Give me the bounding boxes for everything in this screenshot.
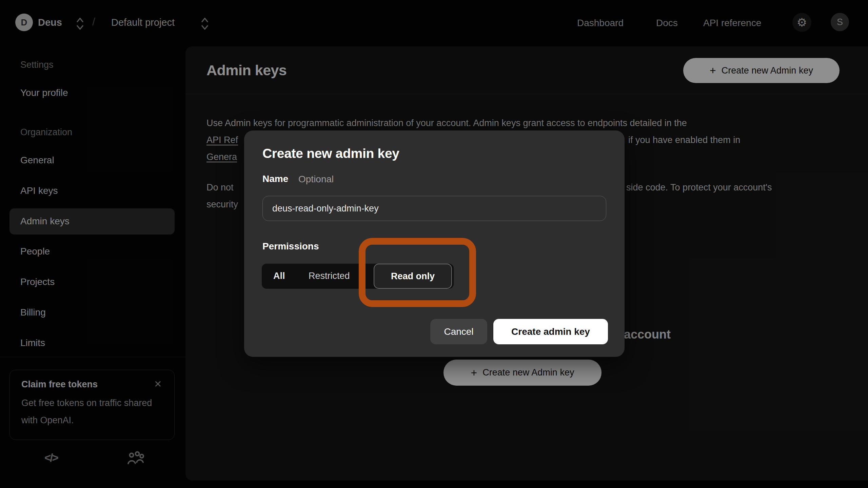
create-admin-key-submit-button[interactable]: Create admin key bbox=[493, 319, 608, 344]
permissions-segmented-control: All Restricted Read only bbox=[262, 264, 454, 289]
admin-key-name-input[interactable] bbox=[262, 196, 606, 221]
cancel-button[interactable]: Cancel bbox=[430, 319, 487, 344]
modal-title: Create new admin key bbox=[262, 146, 399, 161]
permission-option-read-only[interactable]: Read only bbox=[374, 264, 452, 289]
permission-option-read-only-label: Read only bbox=[391, 271, 435, 282]
name-optional-hint: Optional bbox=[298, 174, 334, 185]
permissions-label: Permissions bbox=[262, 241, 319, 252]
permission-option-restricted[interactable]: Restricted bbox=[309, 271, 350, 281]
app-root: D Deus / Default project Dashboard Docs … bbox=[0, 0, 868, 488]
create-admin-key-modal: Create new admin key Name Optional Permi… bbox=[244, 130, 625, 357]
name-label: Name bbox=[262, 174, 288, 184]
permission-option-all[interactable]: All bbox=[273, 271, 285, 281]
